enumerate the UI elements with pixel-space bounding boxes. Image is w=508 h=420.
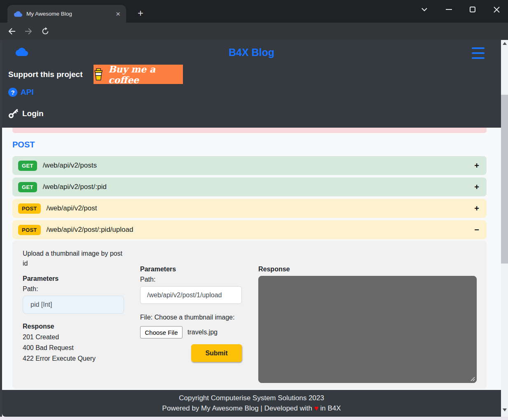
back-button[interactable] xyxy=(6,25,18,37)
endpoint-path: /web/api/v2/post xyxy=(47,204,97,212)
window-close-button[interactable] xyxy=(490,3,503,16)
parameters-label: Parameters xyxy=(23,275,134,282)
api-link-label: API xyxy=(21,88,34,97)
powered-by-prefix: Powered by My Awesome Blog | Developed w… xyxy=(162,404,314,412)
expand-plus-icon[interactable]: + xyxy=(474,161,479,170)
method-badge-post: POST xyxy=(18,225,41,235)
scrollbar-down-arrow[interactable] xyxy=(501,406,508,413)
tab-title: My Awesome Blog xyxy=(26,11,115,17)
scrollbar-thumb[interactable] xyxy=(501,95,508,264)
browser-titlebar: My Awesome Blog × + xyxy=(0,0,508,23)
page-title: B4X Blog xyxy=(2,47,501,58)
cloud-favicon-icon xyxy=(14,10,22,18)
expand-plus-icon[interactable]: + xyxy=(474,204,479,213)
page-viewport: B4X Blog Support this project Buy me a c… xyxy=(0,40,508,417)
form-path-label: Path: xyxy=(140,276,243,283)
heart-icon: ♥ xyxy=(314,404,318,412)
endpoint-form-column: Parameters Path: File: Choose a thumbnai… xyxy=(140,266,243,362)
buy-me-a-coffee-button[interactable]: Buy me a coffee xyxy=(94,65,183,84)
alert-bottom-strip xyxy=(12,128,487,133)
response-textarea[interactable] xyxy=(258,276,477,383)
support-text: Support this project xyxy=(8,70,83,79)
coffee-cup-icon xyxy=(94,68,103,81)
endpoint-docs-column: Parameters Path: Response 201 Created 40… xyxy=(23,275,134,362)
endpoint-path: /web/api/v2/posts xyxy=(43,161,97,170)
endpoint-row-get-post-pid[interactable]: GET /web/api/v2/post/:pid + xyxy=(12,177,487,196)
tab-close-icon[interactable]: × xyxy=(115,10,121,18)
nav-link-api[interactable]: ? API xyxy=(8,88,34,97)
response-code-422: 422 Error Execute Query xyxy=(23,355,134,362)
endpoint-expanded-panel: Upload a thumbnail image by post id Para… xyxy=(12,240,487,389)
browser-toolbar: Not secure https: //127.0.0.1 /web/help … xyxy=(0,23,508,40)
window-maximize-button[interactable] xyxy=(466,3,479,16)
pid-parameter-field[interactable] xyxy=(23,296,124,314)
response-code-400: 400 Bad Request xyxy=(23,344,134,352)
nav-link-login[interactable]: Login xyxy=(8,109,44,119)
resize-grip-icon[interactable] xyxy=(470,376,475,381)
response-label: Response xyxy=(23,323,134,330)
support-text-row: Support this project xyxy=(8,65,83,84)
selected-file-name: travels.jpg xyxy=(187,329,218,336)
browser-tab[interactable]: My Awesome Blog × xyxy=(7,5,126,23)
expand-plus-icon[interactable]: + xyxy=(474,182,479,192)
scrollbar-up-arrow[interactable] xyxy=(501,40,508,47)
endpoint-path: /web/api/v2/post/:pid/upload xyxy=(47,226,133,234)
submit-button[interactable]: Submit xyxy=(191,344,242,362)
endpoint-description: Upload a thumbnail image by post id xyxy=(23,249,128,268)
window-minimize-button[interactable] xyxy=(442,3,455,16)
forward-button[interactable] xyxy=(22,25,35,37)
tab-search-chevron-icon[interactable] xyxy=(418,3,431,16)
path-input[interactable] xyxy=(140,286,242,304)
powered-by-text: Powered by My Awesome Blog | Developed w… xyxy=(162,404,341,413)
new-tab-button[interactable]: + xyxy=(134,7,147,20)
login-link-label: Login xyxy=(22,109,44,118)
endpoint-row-get-posts[interactable]: GET /web/api/v2/posts + xyxy=(12,156,487,175)
path-label: Path: xyxy=(23,285,134,293)
powered-by-suffix: in B4X xyxy=(318,404,341,412)
key-icon xyxy=(8,109,19,119)
window-bottom-edge xyxy=(0,417,508,420)
endpoint-response-column: Response xyxy=(258,266,477,383)
collapse-minus-icon[interactable]: − xyxy=(474,225,479,235)
file-picker-row: Choose File travels.jpg xyxy=(140,326,243,338)
site-header: B4X Blog Support this project Buy me a c… xyxy=(2,40,501,128)
response-panel-label: Response xyxy=(258,266,477,273)
copyright-text: Copyright Computerise System Solutions 2… xyxy=(179,394,324,402)
page-scrollbar[interactable] xyxy=(501,40,508,417)
method-badge-get: GET xyxy=(18,161,37,171)
section-heading-post: POST xyxy=(12,140,35,149)
question-circle-icon: ? xyxy=(8,88,17,97)
endpoint-row-post-post[interactable]: POST /web/api/v2/post + xyxy=(12,199,487,218)
method-badge-get: GET xyxy=(18,182,37,192)
method-badge-post: POST xyxy=(18,203,41,214)
response-code-201: 201 Created xyxy=(23,334,134,341)
reload-button[interactable] xyxy=(39,25,52,37)
site-footer: Copyright Computerise System Solutions 2… xyxy=(2,390,501,417)
endpoint-row-post-upload[interactable]: POST /web/api/v2/post/:pid/upload − xyxy=(12,220,487,239)
hamburger-menu-icon[interactable] xyxy=(472,47,485,59)
endpoint-path: /web/api/v2/post/:pid xyxy=(43,183,107,191)
coffee-button-label: Buy me a coffee xyxy=(108,64,183,85)
form-parameters-label: Parameters xyxy=(140,266,243,273)
choose-file-button[interactable]: Choose File xyxy=(140,326,183,338)
file-label: File: Choose a thumbnail image: xyxy=(140,314,243,321)
